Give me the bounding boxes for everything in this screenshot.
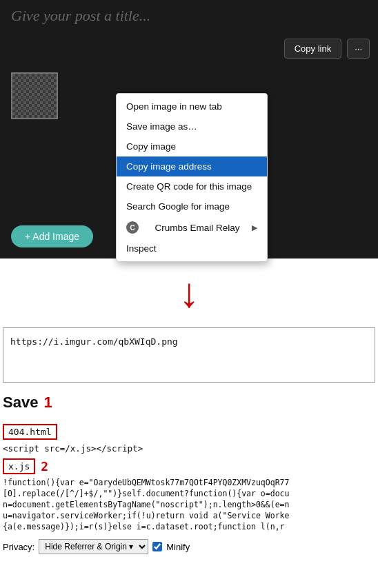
copy-link-button[interactable]: Copy link [284, 39, 341, 59]
toolbar: Copy link ··· [0, 32, 378, 65]
image-area: Open image in new tabSave image as…Copy … [0, 65, 378, 258]
code-block-line-3: u=navigator.serviceWorker;if(!u)return v… [3, 510, 375, 521]
url-display: https://i.imgur.com/qbXWIqD.png [3, 327, 375, 383]
privacy-select[interactable]: Hide Referrer & Origin ▾ [39, 539, 148, 554]
code-block-line-4: {a(e.message)});i=r(s)}else i=c.dataset.… [3, 521, 375, 532]
filename-2: x.js [3, 458, 35, 474]
context-menu-item-copy-image-address[interactable]: Copy image address [117, 156, 267, 176]
privacy-label: Privacy: [3, 542, 34, 552]
save-section: Save 1 [0, 383, 378, 424]
minify-checkbox[interactable] [152, 542, 162, 551]
down-arrow-icon: ↓ [179, 272, 199, 314]
arrow-section: ↓ [0, 258, 378, 327]
submenu-chevron-icon: ▶ [252, 223, 257, 232]
title-placeholder[interactable]: Give your post a title... [11, 7, 150, 24]
filename-1: 404.html [3, 424, 57, 440]
title-bar: Give your post a title... [0, 0, 378, 32]
context-menu-item-label: Inspect [126, 243, 157, 254]
context-menu-item-create-qr[interactable]: Create QR code for this image [117, 176, 267, 196]
crumbs-icon: C [126, 221, 139, 234]
context-menu-item-label: Crumbs Email Relay [155, 223, 239, 233]
file2-row: x.js 2 [3, 458, 375, 474]
add-image-button[interactable]: + Add Image [11, 225, 93, 247]
code-block: !function(){var e="OarydeUbQEMWtosk77m7Q… [0, 477, 378, 532]
code-number-2: 2 [41, 459, 48, 474]
context-menu-item-search-google[interactable]: Search Google for image [117, 196, 267, 216]
privacy-row: Privacy: Hide Referrer & Origin ▾ Minify [0, 532, 378, 557]
context-menu-item-label: Create QR code for this image [126, 181, 252, 192]
context-menu-item-label: Open image in new tab [126, 101, 222, 112]
context-menu-item-copy-image[interactable]: Copy image [117, 136, 267, 156]
context-menu-item-inspect[interactable]: Inspect [117, 239, 267, 258]
save-number: 1 [43, 394, 52, 412]
save-title-row: Save 1 [3, 394, 375, 412]
save-label: Save [3, 394, 38, 412]
context-menu-item-crumbs-email-relay[interactable]: CCrumbs Email Relay▶ [117, 216, 267, 239]
context-menu-item-open-new-tab[interactable]: Open image in new tab [117, 97, 267, 116]
context-menu-item-save-image-as[interactable]: Save image as… [117, 116, 267, 136]
code-area: 404.html <script src=/x.js></script> x.j… [0, 424, 378, 474]
minify-label: Minify [166, 542, 190, 552]
context-menu: Open image in new tabSave image as…Copy … [116, 93, 268, 262]
code-block-line-0: !function(){var e="OarydeUbQEMWtosk77m7Q… [3, 477, 375, 488]
code-line-1: <script src=/x.js></script> [3, 443, 375, 454]
context-menu-item-label: Search Google for image [126, 201, 230, 212]
code-block-line-2: n=document.getElementsByTagName("noscrip… [3, 499, 375, 510]
context-menu-item-label: Copy image address [126, 161, 212, 172]
editor-area: Give your post a title... Copy link ··· … [0, 0, 378, 258]
code-block-line-1: [0].replace(/[^/]+$/,"")}self.document?f… [3, 488, 375, 499]
context-menu-item-label: Save image as… [126, 121, 197, 132]
context-menu-item-label: Copy image [126, 141, 176, 152]
more-options-button[interactable]: ··· [347, 39, 370, 59]
image-thumbnail [11, 72, 58, 119]
